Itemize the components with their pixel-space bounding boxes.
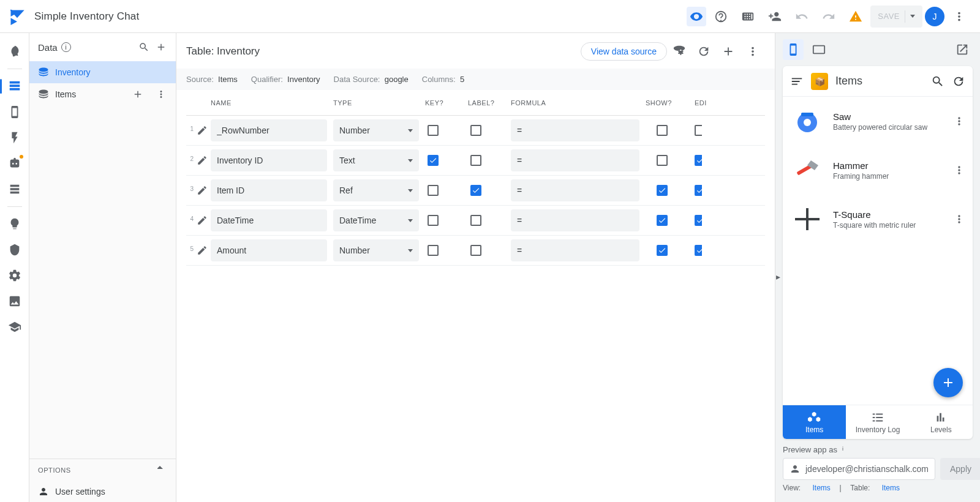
more-icon[interactable]	[153, 86, 170, 103]
rail-security[interactable]	[2, 238, 27, 262]
rail-learn[interactable]	[2, 315, 27, 339]
collapse-preview-handle[interactable]: ▸	[775, 268, 781, 286]
regenerate-icon[interactable]	[667, 39, 692, 64]
rail-home[interactable]	[2, 39, 27, 64]
checkbox[interactable]	[428, 245, 439, 256]
rail-actions[interactable]	[2, 126, 27, 150]
checkbox[interactable]	[470, 215, 481, 226]
preview-tab[interactable]: Items	[783, 405, 846, 439]
add-icon[interactable]	[129, 86, 146, 103]
device-phone-button[interactable]	[783, 39, 804, 60]
table-more-icon[interactable]	[741, 39, 765, 64]
avatar[interactable]: J	[925, 7, 944, 26]
column-name-input[interactable]	[211, 119, 327, 141]
sidebar-table-item[interactable]: Inventory	[29, 61, 176, 83]
rail-ux[interactable]	[2, 100, 27, 124]
open-preview-button[interactable]	[952, 39, 973, 60]
help-icon[interactable]	[709, 4, 733, 29]
edit-row-button[interactable]	[194, 155, 211, 166]
column-type-select[interactable]: Number	[333, 119, 419, 141]
preview-icon[interactable]	[687, 7, 706, 26]
checkbox[interactable]	[470, 185, 481, 196]
formula-input[interactable]	[511, 149, 639, 171]
app-logo[interactable]	[9, 8, 26, 25]
checkbox[interactable]	[428, 185, 439, 196]
column-name-input[interactable]	[211, 179, 327, 201]
edit-row-button[interactable]	[194, 245, 211, 256]
formula-input[interactable]	[511, 209, 639, 231]
formula-input[interactable]	[511, 239, 639, 261]
checkbox[interactable]	[657, 185, 668, 196]
column-name-input[interactable]	[211, 149, 327, 171]
list-item[interactable]: T-Square T-square with metric ruler	[783, 195, 973, 244]
add-table-button[interactable]	[153, 39, 170, 56]
rail-data[interactable]	[2, 74, 27, 99]
column-type-select[interactable]: Number	[333, 239, 419, 261]
preview-email-field[interactable]: jdeveloper@christianschalk.com	[783, 458, 935, 480]
rail-manage[interactable]	[2, 289, 27, 313]
preview-tab[interactable]: Levels	[910, 405, 973, 439]
checkbox[interactable]	[428, 125, 439, 136]
undo-icon[interactable]	[790, 4, 814, 29]
list-item[interactable]: Hammer Framing hammer	[783, 146, 973, 195]
checkbox[interactable]	[428, 215, 439, 226]
info-icon[interactable]: i	[842, 446, 851, 454]
item-thumbnail	[790, 202, 824, 236]
fab-add-button[interactable]	[933, 368, 963, 397]
rail-bots[interactable]	[2, 151, 27, 176]
table-title: Table: Inventory	[186, 45, 260, 58]
user-settings-item[interactable]: User settings	[29, 481, 176, 502]
column-name-input[interactable]	[211, 239, 327, 261]
share-icon[interactable]	[763, 4, 787, 29]
info-icon[interactable]: i	[61, 42, 71, 52]
sidebar-table-item[interactable]: Items	[29, 83, 176, 105]
rail-settings[interactable]	[2, 263, 27, 288]
preview-refresh-icon[interactable]	[952, 75, 965, 88]
warning-icon[interactable]	[843, 4, 868, 29]
options-header[interactable]: OPTIONS	[29, 459, 176, 481]
edit-row-button[interactable]	[194, 125, 211, 136]
device-tablet-button[interactable]	[809, 39, 829, 60]
list-item[interactable]: Saw Battery powered circular saw	[783, 97, 973, 146]
search-icon[interactable]	[135, 39, 153, 56]
more-icon[interactable]	[947, 4, 971, 29]
checkbox[interactable]	[657, 155, 668, 166]
checkbox[interactable]	[657, 125, 668, 136]
column-name-input[interactable]	[211, 209, 327, 231]
rail-views[interactable]	[2, 177, 27, 201]
edit-row-button[interactable]	[194, 215, 211, 226]
rail-intelligence[interactable]	[2, 212, 27, 236]
keyboard-icon[interactable]	[736, 4, 760, 29]
checkbox[interactable]	[470, 155, 481, 166]
formula-input[interactable]	[511, 179, 639, 201]
view-data-source-button[interactable]: View data source	[581, 42, 667, 61]
footer-table-value[interactable]: Items	[882, 484, 900, 492]
checkbox[interactable]	[657, 245, 668, 256]
checkbox[interactable]	[470, 245, 481, 256]
add-column-button[interactable]	[716, 39, 741, 64]
item-more-icon[interactable]	[953, 213, 965, 225]
item-more-icon[interactable]	[953, 164, 965, 176]
item-more-icon[interactable]	[953, 115, 965, 127]
checkbox[interactable]	[695, 245, 702, 256]
checkbox[interactable]	[695, 125, 702, 136]
checkbox[interactable]	[695, 185, 702, 196]
edit-row-button[interactable]	[194, 185, 211, 196]
preview-search-icon[interactable]	[931, 75, 944, 88]
checkbox[interactable]	[695, 215, 702, 226]
footer-view-value[interactable]: Items	[812, 484, 830, 492]
column-type-select[interactable]: DateTime	[333, 209, 419, 231]
redo-icon[interactable]	[816, 4, 841, 29]
refresh-icon[interactable]	[692, 39, 716, 64]
checkbox[interactable]	[470, 125, 481, 136]
save-button[interactable]: SAVE	[870, 6, 922, 28]
apply-button[interactable]: Apply	[940, 458, 980, 480]
checkbox[interactable]	[428, 155, 439, 166]
formula-input[interactable]	[511, 119, 639, 141]
column-type-select[interactable]: Ref	[333, 179, 419, 201]
checkbox[interactable]	[695, 155, 702, 166]
preview-tab[interactable]: Inventory Log	[846, 405, 909, 439]
column-type-select[interactable]: Text	[333, 149, 419, 171]
hamburger-icon[interactable]	[790, 75, 804, 88]
checkbox[interactable]	[657, 215, 668, 226]
